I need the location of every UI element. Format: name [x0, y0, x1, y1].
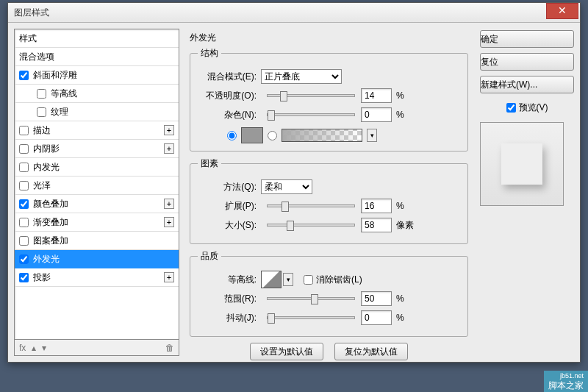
close-button[interactable]: ✕	[546, 3, 578, 19]
spread-label: 扩展(P):	[198, 200, 257, 213]
contour-label: 等高线:	[198, 274, 257, 286]
style-item-label: 斜面和浮雕	[33, 69, 77, 82]
jitter-slider[interactable]	[267, 316, 355, 319]
glow-gradient-swatch[interactable]	[282, 129, 362, 142]
style-item-0[interactable]: 斜面和浮雕	[15, 66, 179, 85]
structure-group: 结构 混合模式(E): 正片叠底 不透明度(O): % 杂色(N): %	[190, 47, 468, 152]
style-item-checkbox[interactable]	[19, 254, 29, 264]
range-slider[interactable]	[267, 297, 355, 300]
style-item-label: 等高线	[51, 88, 77, 100]
style-item-1[interactable]: 等高线	[15, 85, 179, 103]
make-default-button[interactable]: 设置为默认值	[250, 343, 323, 360]
style-item-7[interactable]: 颜色叠加+	[15, 195, 179, 213]
style-item-checkbox[interactable]	[37, 107, 46, 117]
quality-legend: 品质	[198, 250, 221, 263]
elements-group: 图素 方法(Q): 柔和 扩展(P): % 大小(S): 像素	[190, 157, 468, 244]
solid-color-radio[interactable]	[227, 131, 237, 140]
style-item-checkbox[interactable]	[19, 273, 29, 282]
style-item-9[interactable]: 图案叠加	[15, 232, 179, 250]
add-effect-icon[interactable]: +	[164, 272, 174, 282]
down-arrow-icon[interactable]: ▾	[42, 343, 46, 353]
opacity-label: 不透明度(O):	[198, 90, 257, 102]
reset-default-button[interactable]: 复位为默认值	[334, 343, 408, 360]
jitter-input[interactable]	[361, 310, 392, 325]
add-effect-icon[interactable]: +	[164, 199, 174, 209]
dialog-body: 样式 混合选项 斜面和浮雕等高线纹理描边+内阴影+内发光光泽颜色叠加+渐变叠加+…	[8, 23, 580, 362]
style-item-label: 渐变叠加	[33, 216, 68, 229]
trash-icon[interactable]: 🗑	[165, 343, 174, 353]
blend-mode-select[interactable]: 正片叠底	[261, 69, 342, 84]
style-item-checkbox[interactable]	[19, 144, 29, 154]
style-item-checkbox[interactable]	[19, 126, 29, 135]
style-item-label: 投影	[33, 271, 51, 284]
antialias-checkbox[interactable]	[304, 275, 313, 285]
settings-panel: 外发光 结构 混合模式(E): 正片叠底 不透明度(O): % 杂色(N):	[187, 29, 473, 356]
style-item-2[interactable]: 纹理	[15, 103, 179, 121]
range-input[interactable]	[361, 291, 392, 306]
style-item-label: 描边	[33, 124, 51, 137]
technique-label: 方法(Q):	[198, 181, 257, 193]
style-item-label: 外发光	[33, 253, 60, 266]
contour-picker[interactable]	[261, 271, 282, 288]
style-item-label: 颜色叠加	[33, 198, 68, 210]
style-item-4[interactable]: 内阴影+	[15, 140, 179, 158]
size-slider[interactable]	[267, 224, 355, 227]
technique-select[interactable]: 柔和	[261, 179, 312, 194]
style-list: 样式 混合选项 斜面和浮雕等高线纹理描边+内阴影+内发光光泽颜色叠加+渐变叠加+…	[14, 29, 179, 340]
blend-mode-label: 混合模式(E):	[198, 71, 257, 83]
spread-slider[interactable]	[267, 204, 355, 207]
style-item-8[interactable]: 渐变叠加+	[15, 213, 179, 232]
noise-label: 杂色(N):	[198, 109, 257, 121]
gradient-dropdown-icon[interactable]: ▾	[367, 129, 377, 142]
titlebar[interactable]: 图层样式 ✕	[8, 3, 580, 23]
preview-label: 预览(V)	[519, 101, 548, 114]
preview-checkbox[interactable]	[506, 103, 516, 113]
style-item-checkbox[interactable]	[19, 163, 29, 172]
style-item-label: 图案叠加	[33, 235, 68, 247]
up-arrow-icon[interactable]: ▴	[32, 343, 36, 353]
styles-panel: 样式 混合选项 斜面和浮雕等高线纹理描边+内阴影+内发光光泽颜色叠加+渐变叠加+…	[14, 29, 179, 356]
styles-header[interactable]: 样式	[15, 29, 179, 48]
structure-legend: 结构	[198, 47, 221, 60]
style-item-10[interactable]: 外发光	[15, 250, 179, 268]
size-label: 大小(S):	[198, 219, 257, 232]
style-item-5[interactable]: 内发光	[15, 158, 179, 177]
style-item-3[interactable]: 描边+	[15, 121, 179, 140]
style-item-checkbox[interactable]	[19, 218, 29, 227]
spread-input[interactable]	[361, 199, 392, 213]
opacity-slider[interactable]	[267, 94, 355, 97]
preview-swatch	[501, 143, 542, 185]
fx-icon[interactable]: fx	[19, 343, 26, 353]
add-effect-icon[interactable]: +	[164, 143, 174, 154]
style-list-footer: fx ▴ ▾ 🗑	[14, 340, 179, 356]
style-item-checkbox[interactable]	[19, 71, 29, 80]
dialog-title: 图层样式	[14, 7, 49, 19]
style-item-11[interactable]: 投影+	[15, 268, 179, 287]
style-item-checkbox[interactable]	[19, 181, 29, 190]
quality-group: 品质 等高线: ▾ 消除锯齿(L) 范围(R): % 抖动(J):	[190, 250, 468, 337]
add-effect-icon[interactable]: +	[164, 125, 174, 135]
style-item-checkbox[interactable]	[37, 89, 46, 99]
style-item-label: 内发光	[33, 161, 60, 174]
style-item-checkbox[interactable]	[19, 236, 29, 246]
new-style-button[interactable]: 新建样式(W)...	[480, 76, 574, 93]
size-input[interactable]	[361, 218, 392, 232]
contour-dropdown-icon[interactable]: ▾	[283, 273, 293, 286]
gradient-radio[interactable]	[268, 131, 277, 140]
noise-input[interactable]	[361, 107, 392, 122]
style-item-6[interactable]: 光泽	[15, 177, 179, 195]
glow-color-swatch[interactable]	[241, 127, 263, 143]
jitter-label: 抖动(J):	[198, 312, 257, 324]
cancel-button[interactable]: 复位	[480, 53, 574, 71]
panel-title: 外发光	[190, 32, 468, 44]
opacity-input[interactable]	[361, 88, 392, 103]
style-item-label: 光泽	[33, 179, 51, 192]
watermark: jb51.net 脚本之家	[544, 371, 588, 392]
blending-options-header[interactable]: 混合选项	[15, 48, 179, 66]
style-item-checkbox[interactable]	[19, 199, 29, 209]
ok-button[interactable]: 确定	[480, 30, 574, 48]
noise-slider[interactable]	[267, 113, 355, 116]
elements-legend: 图素	[198, 157, 221, 170]
add-effect-icon[interactable]: +	[164, 217, 174, 227]
preview-box	[480, 122, 564, 206]
